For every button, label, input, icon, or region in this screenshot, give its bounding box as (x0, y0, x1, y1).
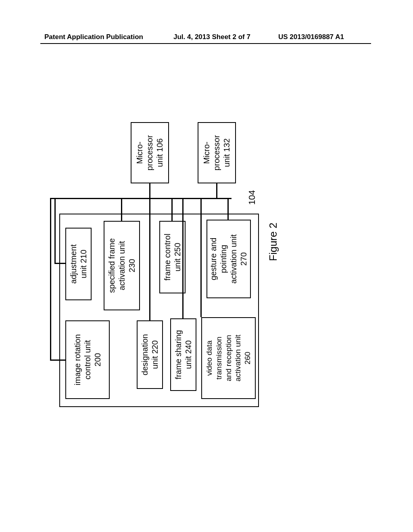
block-gesture-pointing: gesture and pointing activation unit 270 (206, 220, 251, 298)
line-to-micro132 (216, 183, 217, 199)
line-videodata (200, 198, 202, 317)
bus-vertical (50, 198, 232, 200)
block-image-rotation: image rotation control unit 200 (65, 320, 110, 399)
block-specified-frame: specified frame activation unit 230 (104, 221, 140, 310)
block-adjustment: adjustment unit 210 (65, 228, 92, 300)
line-framectrl (171, 198, 173, 221)
line-imgrot-up (50, 360, 65, 361)
header-right: US 2013/0169887 A1 (278, 33, 344, 41)
line-imgrot-top (50, 198, 51, 361)
block-frame-control: frame control unit 250 (159, 221, 186, 293)
block-micro-106: Micro- processor unit 106 (131, 122, 169, 183)
line-designation (149, 198, 150, 320)
figure-diagram: image rotation control unit 200 designat… (41, 77, 303, 407)
block-micro-132: Micro- processor unit 132 (198, 122, 236, 183)
line-adj-up (54, 263, 65, 264)
block-video-data: video data transmission and reception ac… (201, 317, 256, 399)
block-designation: designation unit 220 (137, 320, 163, 389)
header-center: Jul. 4, 2013 Sheet 2 of 7 (173, 33, 250, 41)
line-frameshare (182, 198, 184, 318)
line-adj-top (54, 198, 56, 264)
block-frame-sharing: frame sharing unit 240 (170, 318, 196, 391)
header-rule (40, 43, 371, 44)
line-gesture (227, 198, 229, 220)
line-specframe (121, 198, 122, 221)
container-ref-label: 104 (247, 185, 257, 210)
figure-label: Figure 2 (267, 210, 280, 274)
line-to-micro106 (149, 183, 150, 199)
header-left: Patent Application Publication (44, 33, 143, 41)
